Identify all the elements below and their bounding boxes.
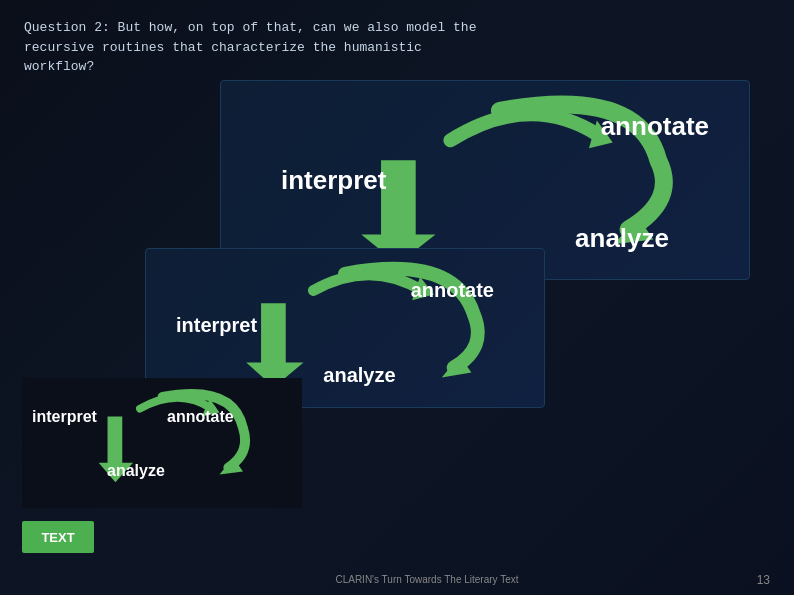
footer: CLARIN's Turn Towards The Literary Text … — [0, 574, 794, 585]
footer-page: 13 — [757, 573, 770, 587]
inn-annotate-label: annotate — [167, 408, 234, 426]
mid-annotate-label: annotate — [411, 279, 494, 302]
inn-interpret-label: interpret — [32, 408, 97, 426]
diagram-inner: interpret annotate analyze — [22, 378, 302, 508]
svg-marker-4 — [442, 356, 472, 378]
mid-analyze-label: analyze — [323, 364, 395, 387]
outer-annotate-label: annotate — [601, 111, 709, 142]
inn-analyze-label: analyze — [107, 462, 165, 480]
outer-interpret-label: interpret — [281, 165, 386, 196]
svg-marker-7 — [220, 458, 244, 475]
mid-interpret-label: interpret — [176, 314, 257, 337]
text-box: TEXT — [22, 521, 94, 553]
question-text: Question 2: But how, on top of that, can… — [24, 18, 770, 77]
footer-citation: CLARIN's Turn Towards The Literary Text — [60, 574, 794, 585]
outer-analyze-label: analyze — [575, 223, 669, 254]
slide: Question 2: But how, on top of that, can… — [0, 0, 794, 595]
